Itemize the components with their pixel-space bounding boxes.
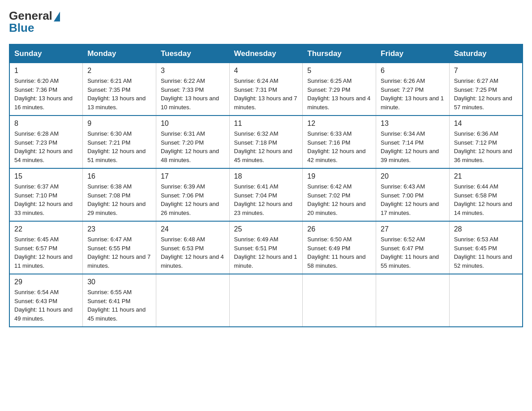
day-number: 13 — [381, 120, 445, 128]
calendar-cell: 4Sunrise: 6:24 AMSunset: 7:31 PMDaylight… — [229, 63, 303, 116]
calendar-cell: 20Sunrise: 6:43 AMSunset: 7:00 PMDayligh… — [376, 168, 450, 221]
day-info: Sunrise: 6:27 AMSunset: 7:25 PMDaylight:… — [454, 77, 512, 111]
day-info: Sunrise: 6:50 AMSunset: 6:49 PMDaylight:… — [307, 236, 365, 269]
weekday-header-monday: Monday — [83, 44, 156, 63]
day-number: 26 — [307, 225, 371, 233]
calendar-cell: 17Sunrise: 6:39 AMSunset: 7:06 PMDayligh… — [156, 168, 229, 221]
day-number: 3 — [161, 67, 225, 75]
day-number: 17 — [161, 172, 225, 180]
calendar-cell: 27Sunrise: 6:52 AMSunset: 6:47 PMDayligh… — [376, 221, 450, 274]
calendar-cell — [229, 274, 303, 327]
calendar-cell: 3Sunrise: 6:22 AMSunset: 7:33 PMDaylight… — [156, 63, 229, 116]
day-info: Sunrise: 6:39 AMSunset: 7:06 PMDaylight:… — [161, 183, 219, 216]
day-info: Sunrise: 6:36 AMSunset: 7:12 PMDaylight:… — [454, 130, 512, 163]
day-info: Sunrise: 6:53 AMSunset: 6:45 PMDaylight:… — [454, 236, 512, 269]
day-number: 8 — [14, 120, 78, 128]
day-info: Sunrise: 6:32 AMSunset: 7:18 PMDaylight:… — [234, 130, 292, 163]
calendar-cell: 21Sunrise: 6:44 AMSunset: 6:58 PMDayligh… — [449, 168, 523, 221]
calendar-cell: 9Sunrise: 6:30 AMSunset: 7:21 PMDaylight… — [83, 116, 156, 168]
day-info: Sunrise: 6:30 AMSunset: 7:21 PMDaylight:… — [87, 130, 146, 163]
day-number: 21 — [454, 172, 518, 180]
day-number: 7 — [454, 67, 518, 75]
day-number: 15 — [14, 172, 78, 180]
calendar-cell: 23Sunrise: 6:47 AMSunset: 6:55 PMDayligh… — [83, 221, 156, 274]
day-number: 25 — [234, 225, 298, 233]
calendar-week-row: 1Sunrise: 6:20 AMSunset: 7:36 PMDaylight… — [9, 63, 523, 116]
day-number: 20 — [381, 172, 445, 180]
calendar-week-row: 22Sunrise: 6:45 AMSunset: 6:57 PMDayligh… — [9, 221, 523, 274]
day-info: Sunrise: 6:22 AMSunset: 7:33 PMDaylight:… — [161, 77, 219, 111]
day-info: Sunrise: 6:34 AMSunset: 7:14 PMDaylight:… — [381, 130, 439, 163]
calendar-cell: 11Sunrise: 6:32 AMSunset: 7:18 PMDayligh… — [229, 116, 303, 168]
calendar-week-row: 29Sunrise: 6:54 AMSunset: 6:43 PMDayligh… — [9, 274, 523, 327]
day-info: Sunrise: 6:37 AMSunset: 7:10 PMDaylight:… — [14, 183, 73, 216]
calendar-cell: 12Sunrise: 6:33 AMSunset: 7:16 PMDayligh… — [303, 116, 376, 168]
day-info: Sunrise: 6:44 AMSunset: 6:58 PMDaylight:… — [454, 183, 512, 216]
day-number: 11 — [234, 120, 298, 128]
day-number: 10 — [161, 120, 225, 128]
day-number: 2 — [87, 67, 151, 75]
day-info: Sunrise: 6:55 AMSunset: 6:41 PMDaylight:… — [87, 289, 146, 322]
calendar-cell: 28Sunrise: 6:53 AMSunset: 6:45 PMDayligh… — [449, 221, 523, 274]
calendar-cell: 7Sunrise: 6:27 AMSunset: 7:25 PMDaylight… — [449, 63, 523, 116]
day-number: 1 — [14, 67, 78, 75]
day-number: 29 — [14, 278, 78, 286]
day-number: 30 — [87, 278, 151, 286]
day-info: Sunrise: 6:42 AMSunset: 7:02 PMDaylight:… — [307, 183, 365, 216]
weekday-header-wednesday: Wednesday — [229, 44, 303, 63]
calendar-cell: 22Sunrise: 6:45 AMSunset: 6:57 PMDayligh… — [9, 221, 83, 274]
day-number: 27 — [381, 225, 445, 233]
day-number: 28 — [454, 225, 518, 233]
weekday-header-tuesday: Tuesday — [156, 44, 229, 63]
calendar-cell: 13Sunrise: 6:34 AMSunset: 7:14 PMDayligh… — [376, 116, 450, 168]
day-number: 14 — [454, 120, 518, 128]
calendar-cell: 19Sunrise: 6:42 AMSunset: 7:02 PMDayligh… — [303, 168, 376, 221]
day-info: Sunrise: 6:26 AMSunset: 7:27 PMDaylight:… — [381, 77, 444, 111]
day-number: 9 — [87, 120, 151, 128]
logo-triangle-icon — [54, 12, 60, 21]
calendar-cell: 2Sunrise: 6:21 AMSunset: 7:35 PMDaylight… — [83, 63, 156, 116]
day-info: Sunrise: 6:52 AMSunset: 6:47 PMDaylight:… — [381, 236, 439, 269]
calendar-cell: 8Sunrise: 6:28 AMSunset: 7:23 PMDaylight… — [9, 116, 83, 168]
day-number: 22 — [14, 225, 78, 233]
day-info: Sunrise: 6:38 AMSunset: 7:08 PMDaylight:… — [87, 183, 146, 216]
calendar-cell: 29Sunrise: 6:54 AMSunset: 6:43 PMDayligh… — [9, 274, 83, 327]
day-info: Sunrise: 6:24 AMSunset: 7:31 PMDaylight:… — [234, 77, 297, 111]
day-info: Sunrise: 6:48 AMSunset: 6:53 PMDaylight:… — [161, 236, 224, 269]
day-info: Sunrise: 6:33 AMSunset: 7:16 PMDaylight:… — [307, 130, 365, 163]
logo: General Blue — [9, 9, 60, 35]
calendar-cell: 5Sunrise: 6:25 AMSunset: 7:29 PMDaylight… — [303, 63, 376, 116]
calendar-week-row: 15Sunrise: 6:37 AMSunset: 7:10 PMDayligh… — [9, 168, 523, 221]
logo-blue-text: Blue — [9, 21, 34, 35]
day-number: 16 — [87, 172, 151, 180]
calendar-cell: 1Sunrise: 6:20 AMSunset: 7:36 PMDaylight… — [9, 63, 83, 116]
day-number: 5 — [307, 67, 371, 75]
day-info: Sunrise: 6:25 AMSunset: 7:29 PMDaylight:… — [307, 77, 370, 111]
day-number: 24 — [161, 225, 225, 233]
day-number: 23 — [87, 225, 151, 233]
weekday-header-thursday: Thursday — [303, 44, 376, 63]
day-number: 6 — [381, 67, 445, 75]
calendar-table: SundayMondayTuesdayWednesdayThursdayFrid… — [9, 44, 523, 327]
weekday-header-row: SundayMondayTuesdayWednesdayThursdayFrid… — [9, 44, 523, 63]
weekday-header-saturday: Saturday — [449, 44, 523, 63]
calendar-cell: 25Sunrise: 6:49 AMSunset: 6:51 PMDayligh… — [229, 221, 303, 274]
calendar-cell: 30Sunrise: 6:55 AMSunset: 6:41 PMDayligh… — [83, 274, 156, 327]
calendar-cell: 16Sunrise: 6:38 AMSunset: 7:08 PMDayligh… — [83, 168, 156, 221]
calendar-cell — [449, 274, 523, 327]
calendar-cell — [303, 274, 376, 327]
day-number: 19 — [307, 172, 371, 180]
calendar-cell: 6Sunrise: 6:26 AMSunset: 7:27 PMDaylight… — [376, 63, 450, 116]
calendar-cell: 15Sunrise: 6:37 AMSunset: 7:10 PMDayligh… — [9, 168, 83, 221]
day-info: Sunrise: 6:49 AMSunset: 6:51 PMDaylight:… — [234, 236, 297, 269]
day-number: 4 — [234, 67, 298, 75]
day-info: Sunrise: 6:43 AMSunset: 7:00 PMDaylight:… — [381, 183, 439, 216]
calendar-cell: 10Sunrise: 6:31 AMSunset: 7:20 PMDayligh… — [156, 116, 229, 168]
page-header: General Blue — [9, 9, 523, 35]
day-info: Sunrise: 6:41 AMSunset: 7:04 PMDaylight:… — [234, 183, 292, 216]
weekday-header-friday: Friday — [376, 44, 450, 63]
calendar-cell — [156, 274, 229, 327]
calendar-cell: 14Sunrise: 6:36 AMSunset: 7:12 PMDayligh… — [449, 116, 523, 168]
day-number: 18 — [234, 172, 298, 180]
weekday-header-sunday: Sunday — [9, 44, 83, 63]
